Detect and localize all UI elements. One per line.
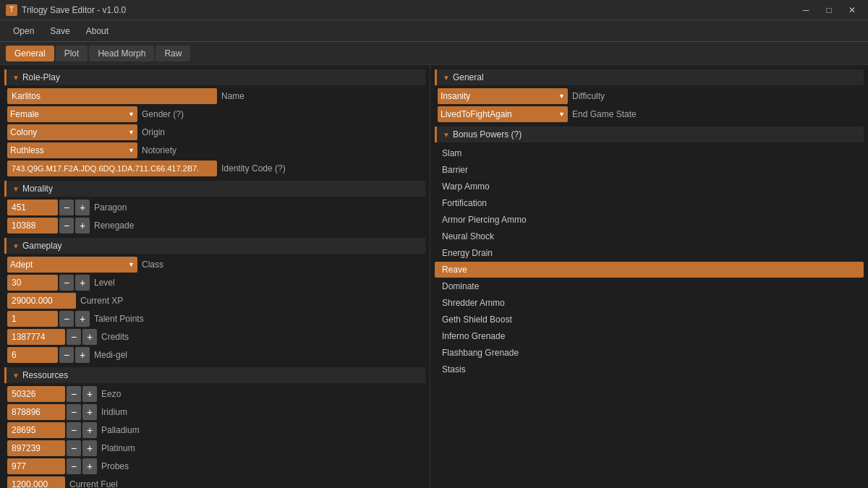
credits-decrement[interactable]: − bbox=[67, 329, 81, 345]
talent-increment[interactable]: + bbox=[75, 311, 90, 327]
power-row-2[interactable]: Warp Ammo bbox=[435, 179, 864, 194]
power-row-6[interactable]: Energy Drain bbox=[435, 245, 864, 261]
class-select[interactable]: Adept Engineer Infiltrator Sentinel Sold… bbox=[7, 257, 137, 273]
palladium-decrement[interactable]: − bbox=[67, 422, 81, 438]
platinum-input[interactable] bbox=[7, 440, 65, 456]
notoriety-select[interactable]: Ruthless Sole Survivor War Hero bbox=[7, 142, 137, 158]
xp-label: Current XP bbox=[80, 296, 123, 306]
renegade-increment[interactable]: + bbox=[75, 218, 90, 234]
gender-select-wrapper: Female Male bbox=[7, 106, 137, 122]
arrow-icon: ▼ bbox=[12, 372, 20, 380]
name-input[interactable] bbox=[7, 88, 217, 104]
talent-stepper: − + bbox=[7, 311, 90, 327]
fuel-row: Current Fuel bbox=[4, 476, 425, 488]
difficulty-select-wrapper: Insanity Hardcore Normal Casual bbox=[438, 88, 568, 104]
xp-input[interactable] bbox=[7, 293, 76, 309]
palladium-input[interactable] bbox=[7, 422, 65, 438]
iridium-label: Iridium bbox=[101, 407, 127, 417]
power-row-4[interactable]: Armor Piercing Ammo bbox=[435, 212, 864, 228]
level-increment[interactable]: + bbox=[75, 275, 90, 291]
credits-stepper: − + bbox=[7, 329, 97, 345]
credits-increment[interactable]: + bbox=[82, 329, 97, 345]
palladium-increment[interactable]: + bbox=[82, 422, 97, 438]
power-row-5[interactable]: Neural Shock bbox=[435, 228, 864, 244]
talent-row: − + Talent Points bbox=[4, 311, 425, 327]
identity-row: Identity Code (?) bbox=[4, 160, 425, 176]
iridium-increment[interactable]: + bbox=[82, 404, 97, 420]
menu-about[interactable]: About bbox=[79, 24, 116, 38]
tab-plot[interactable]: Plot bbox=[56, 46, 88, 61]
medigel-decrement[interactable]: − bbox=[59, 347, 74, 363]
level-row: − + Level bbox=[4, 275, 425, 291]
fuel-label: Current Fuel bbox=[69, 479, 118, 488]
section-resources-header: ▼ Ressources bbox=[4, 367, 425, 383]
renegade-input[interactable] bbox=[7, 218, 58, 234]
menu-save[interactable]: Save bbox=[43, 24, 77, 38]
credits-input[interactable] bbox=[7, 329, 65, 345]
renegade-decrement[interactable]: − bbox=[59, 218, 74, 234]
platinum-row: − + Platinum bbox=[4, 440, 425, 456]
app-icon: T bbox=[6, 4, 17, 16]
level-stepper: − + bbox=[7, 275, 90, 291]
power-row-12[interactable]: Flashbang Grenade bbox=[435, 345, 864, 361]
gender-select[interactable]: Female Male bbox=[7, 106, 137, 122]
renegade-row: − + Renegade bbox=[4, 218, 425, 234]
class-select-wrapper: Adept Engineer Infiltrator Sentinel Sold… bbox=[7, 257, 137, 273]
maximize-button[interactable]: □ bbox=[819, 3, 839, 17]
platinum-stepper: − + bbox=[7, 440, 97, 456]
talent-decrement[interactable]: − bbox=[59, 311, 74, 327]
paragon-row: − + Paragon bbox=[4, 200, 425, 215]
palladium-stepper: − + bbox=[7, 422, 97, 438]
difficulty-select[interactable]: Insanity Hardcore Normal Casual bbox=[438, 88, 568, 104]
section-roleplay: ▼ Role-Play Name Female Male Gender (?) bbox=[4, 69, 425, 176]
eezo-label: Eezo bbox=[101, 389, 121, 399]
endgame-select[interactable]: LivedToFightAgain Destroyed Controlled S… bbox=[438, 106, 568, 122]
eezo-increment[interactable]: + bbox=[82, 386, 97, 402]
fuel-input[interactable] bbox=[7, 476, 65, 488]
power-row-0[interactable]: Slam bbox=[435, 145, 864, 161]
eezo-decrement[interactable]: − bbox=[67, 386, 81, 402]
paragon-decrement[interactable]: − bbox=[59, 200, 74, 215]
iridium-decrement[interactable]: − bbox=[67, 404, 81, 420]
minimize-button[interactable]: ─ bbox=[796, 3, 816, 17]
level-input[interactable] bbox=[7, 275, 58, 291]
power-row-10[interactable]: Geth Shield Boost bbox=[435, 312, 864, 328]
platinum-increment[interactable]: + bbox=[82, 440, 97, 456]
paragon-increment[interactable]: + bbox=[75, 200, 90, 215]
power-row-3[interactable]: Fortification bbox=[435, 195, 864, 211]
medigel-label: Medi-gel bbox=[94, 350, 127, 360]
iridium-input[interactable] bbox=[7, 404, 65, 420]
medigel-row: − + Medi-gel bbox=[4, 347, 425, 363]
power-row-13[interactable]: Stasis bbox=[435, 361, 864, 377]
renegade-label: Renegade bbox=[94, 221, 134, 231]
platinum-decrement[interactable]: − bbox=[67, 440, 81, 456]
section-roleplay-header: ▼ Role-Play bbox=[4, 69, 425, 85]
eezo-input[interactable] bbox=[7, 386, 65, 402]
identity-input[interactable] bbox=[7, 160, 217, 176]
menu-open[interactable]: Open bbox=[6, 24, 41, 38]
medigel-input[interactable] bbox=[7, 347, 58, 363]
window-controls: ─ □ ✕ bbox=[796, 3, 862, 17]
notoriety-label: Notoriety bbox=[142, 145, 176, 155]
paragon-input[interactable] bbox=[7, 200, 58, 215]
tab-head-morph[interactable]: Head Morph bbox=[89, 46, 154, 61]
power-row-9[interactable]: Shredder Ammo bbox=[435, 295, 864, 311]
tab-raw[interactable]: Raw bbox=[156, 46, 190, 61]
level-decrement[interactable]: − bbox=[59, 275, 74, 291]
tab-general[interactable]: General bbox=[6, 46, 54, 61]
probes-decrement[interactable]: − bbox=[67, 458, 81, 474]
probes-input[interactable] bbox=[7, 458, 65, 474]
platinum-label: Platinum bbox=[101, 443, 135, 453]
power-row-1[interactable]: Barrier bbox=[435, 162, 864, 178]
origin-select[interactable]: Colony Earthborn Spacer bbox=[7, 124, 137, 140]
close-button[interactable]: ✕ bbox=[842, 3, 862, 17]
medigel-increment[interactable]: + bbox=[75, 347, 90, 363]
name-row: Name bbox=[4, 88, 425, 104]
power-row-7[interactable]: Reave bbox=[435, 262, 864, 278]
power-row-11[interactable]: Inferno Grenade bbox=[435, 328, 864, 344]
power-row-8[interactable]: Dominate bbox=[435, 278, 864, 294]
probes-increment[interactable]: + bbox=[82, 458, 97, 474]
talent-input[interactable] bbox=[7, 311, 58, 327]
tabs-bar: General Plot Head Morph Raw bbox=[0, 42, 868, 65]
section-bonus-powers-header: ▼ Bonus Powers (?) bbox=[435, 127, 864, 142]
